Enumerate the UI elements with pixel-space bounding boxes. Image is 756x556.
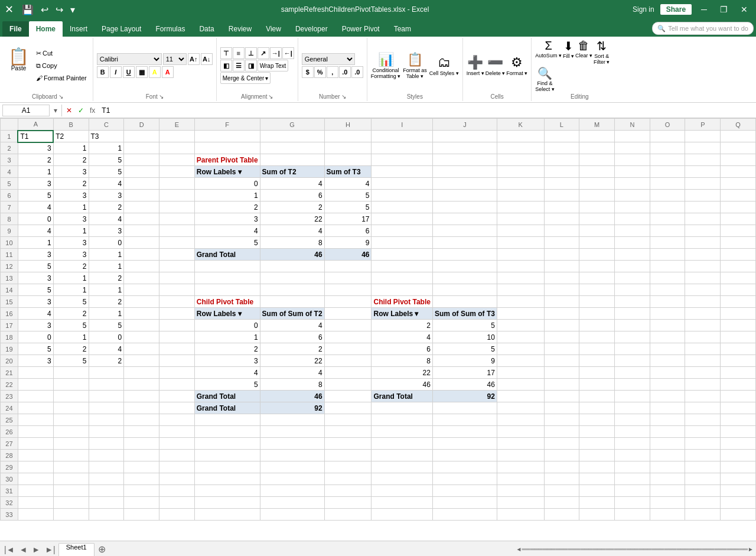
cell-F11[interactable]: Grand Total <box>194 249 260 261</box>
cell-I5[interactable] <box>372 178 432 190</box>
cell-K18[interactable] <box>497 331 544 343</box>
cell-D27[interactable] <box>124 438 159 450</box>
cell-F20[interactable]: 3 <box>194 355 260 367</box>
cell-E24[interactable] <box>159 402 195 414</box>
cell-A29[interactable] <box>18 461 53 473</box>
cell-O19[interactable] <box>650 343 685 355</box>
cell-Q28[interactable] <box>721 450 756 461</box>
cell-G15[interactable] <box>260 296 324 308</box>
cell-Q20[interactable] <box>721 355 756 367</box>
cell-Q11[interactable] <box>721 249 756 261</box>
row-header-24[interactable]: 24 <box>1 402 18 414</box>
cell-H3[interactable] <box>324 154 372 166</box>
cell-N20[interactable] <box>615 355 650 367</box>
cell-N27[interactable] <box>615 438 650 450</box>
cell-D15[interactable] <box>124 296 159 308</box>
cell-N9[interactable] <box>615 225 650 237</box>
cell-L12[interactable] <box>544 261 579 272</box>
cell-H11[interactable]: 46 <box>324 249 372 261</box>
cell-M13[interactable] <box>579 272 615 284</box>
cell-J25[interactable] <box>432 414 497 426</box>
align-center-button[interactable]: ☰ <box>233 60 245 71</box>
cell-L9[interactable] <box>544 225 579 237</box>
cell-J1[interactable] <box>432 131 497 142</box>
cell-H15[interactable] <box>324 296 372 308</box>
cell-H18[interactable] <box>324 331 372 343</box>
cell-L7[interactable] <box>544 201 579 213</box>
cell-N14[interactable] <box>615 284 650 296</box>
cell-I26[interactable] <box>372 426 432 438</box>
row-header-17[interactable]: 17 <box>1 320 18 331</box>
row-header-15[interactable]: 15 <box>1 296 18 308</box>
cell-M14[interactable] <box>579 284 615 296</box>
cell-N25[interactable] <box>615 414 650 426</box>
col-header-I[interactable]: I <box>372 119 432 131</box>
tab-file[interactable]: File <box>2 21 29 37</box>
cell-D19[interactable] <box>124 343 159 355</box>
cell-B27[interactable] <box>53 438 89 450</box>
cell-H31[interactable] <box>324 485 372 497</box>
cell-B17[interactable]: 5 <box>53 320 89 331</box>
row-header-33[interactable]: 33 <box>1 509 18 521</box>
cell-A12[interactable]: 5 <box>18 261 53 272</box>
cell-K28[interactable] <box>497 450 544 461</box>
font-size-select[interactable]: 11 <box>163 53 187 65</box>
cell-M23[interactable] <box>579 391 615 402</box>
cell-I23[interactable]: Grand Total <box>372 391 432 402</box>
delete-button[interactable]: ➖ Delete ▾ <box>485 55 506 76</box>
cell-O30[interactable] <box>650 473 685 485</box>
cell-L26[interactable] <box>544 426 579 438</box>
percent-button[interactable]: % <box>314 66 326 78</box>
cell-C33[interactable] <box>89 509 124 521</box>
cell-M2[interactable] <box>579 142 615 154</box>
cell-F18[interactable]: 1 <box>194 331 260 343</box>
cell-F12[interactable] <box>194 261 260 272</box>
add-sheet-button[interactable]: ⊕ <box>96 544 108 555</box>
underline-button[interactable]: U <box>123 66 135 78</box>
cell-C9[interactable]: 3 <box>89 225 124 237</box>
cell-O21[interactable] <box>650 367 685 379</box>
cell-H32[interactable] <box>324 497 372 509</box>
cell-G9[interactable]: 4 <box>260 225 324 237</box>
cell-I1[interactable] <box>372 131 432 142</box>
cell-K22[interactable] <box>497 379 544 391</box>
number-expand-icon[interactable]: ↘ <box>341 93 346 100</box>
cell-G30[interactable] <box>260 473 324 485</box>
row-header-12[interactable]: 12 <box>1 261 18 272</box>
cell-K24[interactable] <box>497 402 544 414</box>
cell-I30[interactable] <box>372 473 432 485</box>
cell-O4[interactable] <box>650 166 685 178</box>
cell-E10[interactable] <box>159 237 195 249</box>
cell-M18[interactable] <box>579 331 615 343</box>
cell-K19[interactable] <box>497 343 544 355</box>
cell-K1[interactable] <box>497 131 544 142</box>
cell-N2[interactable] <box>615 142 650 154</box>
cell-J13[interactable] <box>432 272 497 284</box>
cell-G14[interactable] <box>260 284 324 296</box>
alignment-expand-icon[interactable]: ↘ <box>268 93 273 100</box>
cell-H4[interactable]: Sum of T3 <box>324 166 372 178</box>
cell-A27[interactable] <box>18 438 53 450</box>
cell-J11[interactable] <box>432 249 497 261</box>
cell-C6[interactable]: 3 <box>89 190 124 201</box>
cell-G16[interactable]: Sum of Sum of T2 <box>260 308 324 320</box>
cell-O31[interactable] <box>650 485 685 497</box>
row-header-3[interactable]: 3 <box>1 154 18 166</box>
cell-J16[interactable]: Sum of Sum of T3 <box>432 308 497 320</box>
cell-H30[interactable] <box>324 473 372 485</box>
cell-F25[interactable] <box>194 414 260 426</box>
cell-B6[interactable]: 3 <box>53 190 89 201</box>
cell-E17[interactable] <box>159 320 195 331</box>
cell-J18[interactable]: 10 <box>432 331 497 343</box>
cell-C32[interactable] <box>89 497 124 509</box>
cell-F21[interactable]: 4 <box>194 367 260 379</box>
cell-B32[interactable] <box>53 497 89 509</box>
cell-P28[interactable] <box>685 450 721 461</box>
cell-O18[interactable] <box>650 331 685 343</box>
row-header-31[interactable]: 31 <box>1 485 18 497</box>
cell-I11[interactable] <box>372 249 432 261</box>
cell-J31[interactable] <box>432 485 497 497</box>
col-header-N[interactable]: N <box>615 119 650 131</box>
cell-H14[interactable] <box>324 284 372 296</box>
cell-F19[interactable]: 2 <box>194 343 260 355</box>
